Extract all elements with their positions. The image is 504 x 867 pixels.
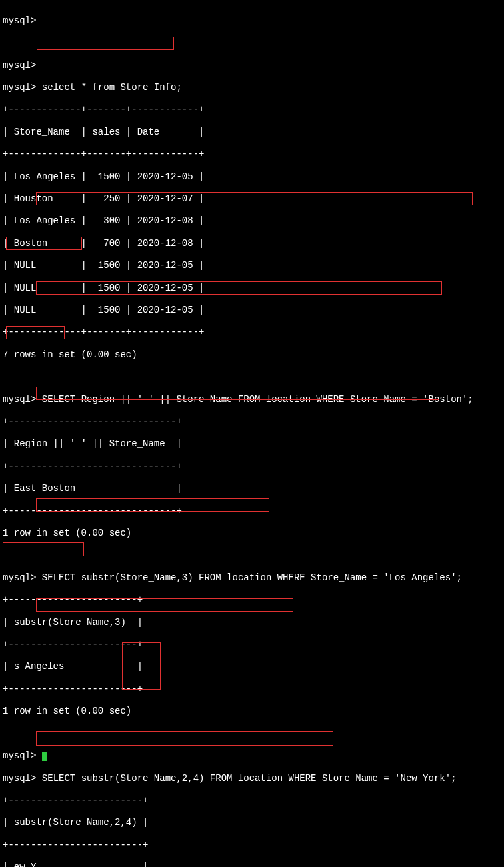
table-row: | Houston | 250 | 2020-12-07 |: [3, 193, 501, 205]
table-sep: +------------------------+: [3, 840, 501, 851]
sql-text: SELECT substr(Store_Name,2,4) FROM locat…: [42, 773, 457, 784]
table-row: | Los Angeles | 300 | 2020-12-08 |: [3, 215, 501, 227]
table-sep: +-----------------------+: [3, 639, 501, 650]
table-row: | Boston | 700 | 2020-12-08 |: [3, 238, 501, 249]
table-row: | East Boston |: [3, 483, 501, 494]
blank: [3, 371, 501, 383]
table-header: | Store_Name | sales | Date |: [3, 127, 501, 138]
blank: [3, 550, 501, 561]
table-row: | NULL | 1500 | 2020-12-05 |: [3, 283, 501, 294]
status-line: 1 row in set (0.00 sec): [3, 706, 501, 717]
sql-text: SELECT substr(Store_Name,3) FROM locatio…: [42, 572, 462, 583]
table-sep: +-----------------------+: [3, 684, 501, 695]
sql-line-4[interactable]: mysql> SELECT substr(Store_Name,2,4) FRO…: [3, 773, 501, 784]
table-sep: +-------------+-------+------------+: [3, 149, 501, 160]
table-sep: +------------------------------+: [3, 461, 501, 472]
terminal-output: mysql> mysql> mysql> select * from Store…: [0, 0, 504, 867]
table-header: | Region || ' ' || Store_Name |: [3, 438, 501, 450]
table-sep: +------------------------------+: [3, 506, 501, 517]
table-row: | NULL | 1500 | 2020-12-05 |: [3, 305, 501, 316]
status-line: 7 rows in set (0.00 sec): [3, 349, 501, 361]
table-sep: +-------------+-------+------------+: [3, 327, 501, 338]
sql-line-2[interactable]: mysql> SELECT Region || ' ' || Store_Nam…: [3, 394, 501, 405]
cursor-icon: [42, 752, 47, 761]
table-header: | substr(Store_Name,2,4) |: [3, 817, 501, 828]
table-sep: +------------------------------+: [3, 416, 501, 427]
table-row: | ew Y |: [3, 862, 501, 867]
table-row: | s Angeles |: [3, 661, 501, 672]
table-sep: +-----------------------+: [3, 594, 501, 606]
table-sep: +------------------------+: [3, 795, 501, 806]
prompt-line[interactable]: mysql>: [3, 15, 501, 27]
prompt-line[interactable]: mysql>: [3, 60, 501, 71]
table-row: | NULL | 1500 | 2020-12-05 |: [3, 260, 501, 271]
blank: [3, 728, 501, 740]
blank: [3, 37, 501, 49]
sql-text: select * from Store_Info;: [42, 82, 182, 93]
sql-line-3[interactable]: mysql> SELECT substr(Store_Name,3) FROM …: [3, 572, 501, 584]
table-sep: +-------------+-------+------------+: [3, 104, 501, 115]
sql-text: SELECT Region || ' ' || Store_Name FROM …: [42, 394, 473, 405]
table-row: | Los Angeles | 1500 | 2020-12-05 |: [3, 171, 501, 183]
status-line: 1 row in set (0.00 sec): [3, 528, 501, 539]
sql-line-1[interactable]: mysql> select * from Store_Info;: [3, 82, 501, 93]
prompt-cursor[interactable]: mysql>: [3, 750, 501, 762]
table-header: | substr(Store_Name,3) |: [3, 617, 501, 628]
